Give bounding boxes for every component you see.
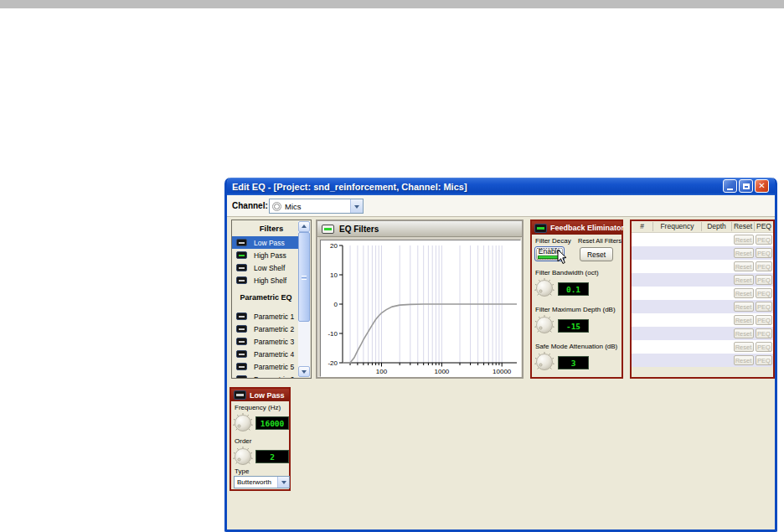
filter-item-low-pass[interactable]: Low Pass bbox=[232, 236, 300, 249]
row-peq-button[interactable]: PEQ bbox=[756, 355, 772, 365]
scrollbar-thumb[interactable] bbox=[298, 232, 310, 322]
svg-text:0: 0 bbox=[334, 301, 338, 308]
filter-item-parametric-3[interactable]: Parametric 3 bbox=[232, 335, 300, 348]
led-indicator[interactable] bbox=[236, 251, 247, 259]
titlebar[interactable]: Edit EQ - [Project: snd_reinforcement, C… bbox=[227, 178, 775, 195]
row-peq-button[interactable]: PEQ bbox=[756, 315, 772, 325]
row-reset-button[interactable]: Reset bbox=[734, 342, 754, 352]
row-peq-button[interactable]: PEQ bbox=[756, 248, 772, 258]
svg-text:-10: -10 bbox=[328, 330, 338, 338]
minimize-icon bbox=[727, 189, 733, 191]
row-reset-button[interactable]: Reset bbox=[734, 248, 754, 258]
row-reset-button[interactable]: Reset bbox=[734, 235, 754, 245]
channel-select[interactable]: Mics bbox=[269, 199, 364, 214]
maximize-button[interactable] bbox=[739, 179, 753, 193]
channel-dropdown-button[interactable] bbox=[350, 199, 363, 213]
filter-item-label: Low Pass bbox=[254, 239, 285, 247]
row-reset-button[interactable]: Reset bbox=[734, 261, 754, 271]
minimize-button[interactable] bbox=[723, 179, 737, 193]
reset-cell: Reset bbox=[732, 342, 755, 352]
reset-cell: Reset bbox=[732, 235, 755, 245]
filter-item-parametric-6[interactable]: Parametric 6 bbox=[232, 373, 300, 379]
scroll-up-button[interactable] bbox=[298, 221, 310, 232]
chevron-down-icon bbox=[281, 481, 286, 487]
filter-item-label: Parametric 3 bbox=[254, 338, 294, 346]
table-cell bbox=[632, 273, 653, 287]
scroll-down-button[interactable] bbox=[298, 366, 310, 377]
eq-filters-header: EQ Filters bbox=[317, 221, 522, 237]
filter-item-label: High Shelf bbox=[254, 276, 286, 285]
feedback-eliminator-title: Feedback Eliminator bbox=[550, 224, 624, 232]
filter-list: Low PassHigh PassLow ShelfHigh ShelfPara… bbox=[232, 236, 300, 379]
filter-item-parametric-4[interactable]: Parametric 4 bbox=[232, 348, 300, 360]
frequency-value: 16000 bbox=[255, 416, 289, 430]
frequency-knob[interactable] bbox=[233, 413, 253, 433]
svg-text:100: 100 bbox=[376, 368, 388, 375]
table-cell bbox=[632, 300, 653, 313]
type-value: Butterworth bbox=[237, 478, 277, 486]
led-indicator[interactable] bbox=[236, 312, 247, 320]
table-cell bbox=[632, 313, 653, 327]
row-reset-button[interactable]: Reset bbox=[734, 315, 754, 325]
filter-decay-enable-button[interactable]: Enable bbox=[534, 246, 565, 261]
order-knob[interactable] bbox=[233, 447, 253, 467]
close-button[interactable]: ✕ bbox=[755, 179, 769, 193]
table-row: ResetPEQ bbox=[632, 354, 773, 367]
eq-filters-led-indicator[interactable] bbox=[322, 225, 334, 234]
row-reset-button[interactable]: Reset bbox=[734, 288, 754, 298]
filter-item-parametric-1[interactable]: Parametric 1 bbox=[232, 310, 300, 323]
chevron-down-icon bbox=[302, 370, 307, 376]
chevron-down-icon bbox=[354, 205, 359, 211]
safe-mode-attenuation-knob[interactable] bbox=[534, 352, 554, 372]
filter-item-parametric-2[interactable]: Parametric 2 bbox=[232, 323, 300, 335]
feedback-eliminator-led-indicator[interactable] bbox=[534, 224, 547, 233]
reset-button-label: Reset bbox=[587, 251, 606, 259]
reset-all-filters-button[interactable]: Reset bbox=[580, 247, 613, 261]
feedback-eliminator-header: Feedback Eliminator bbox=[532, 221, 622, 235]
led-indicator[interactable] bbox=[236, 264, 247, 271]
filter-max-depth-knob[interactable] bbox=[534, 315, 554, 335]
row-peq-button[interactable]: PEQ bbox=[756, 275, 772, 285]
row-peq-button[interactable]: PEQ bbox=[756, 261, 772, 271]
led-indicator[interactable] bbox=[236, 363, 247, 370]
reset-cell: Reset bbox=[732, 288, 755, 298]
filter-item-label: High Pass bbox=[254, 251, 286, 260]
row-reset-button[interactable]: Reset bbox=[734, 302, 754, 312]
table-row: ResetPEQ bbox=[632, 287, 773, 300]
table-row: ResetPEQ bbox=[632, 273, 773, 287]
led-indicator[interactable] bbox=[236, 338, 247, 345]
row-reset-button[interactable]: Reset bbox=[734, 275, 754, 285]
type-dropdown-button[interactable] bbox=[277, 477, 289, 488]
row-peq-button[interactable]: PEQ bbox=[756, 328, 772, 338]
reset-cell: Reset bbox=[732, 302, 755, 312]
row-reset-button[interactable]: Reset bbox=[734, 328, 754, 338]
table-cell bbox=[702, 300, 732, 313]
filters-scrollbar[interactable] bbox=[298, 221, 310, 377]
row-peq-button[interactable]: PEQ bbox=[756, 288, 772, 298]
row-reset-button[interactable]: Reset bbox=[734, 355, 754, 365]
low-pass-header: Low Pass bbox=[231, 389, 289, 401]
row-peq-button[interactable]: PEQ bbox=[756, 302, 772, 312]
led-indicator[interactable] bbox=[236, 375, 247, 379]
filter-bandwidth-knob[interactable] bbox=[534, 278, 554, 298]
type-select[interactable]: Butterworth bbox=[234, 476, 290, 488]
filter-item-low-shelf[interactable]: Low Shelf bbox=[232, 261, 300, 274]
led-indicator[interactable] bbox=[236, 276, 247, 284]
eq-filters-title: EQ Filters bbox=[339, 225, 379, 234]
led-indicator[interactable] bbox=[236, 325, 247, 333]
row-peq-button[interactable]: PEQ bbox=[756, 342, 772, 352]
channel-toolbar: Channel: Mics bbox=[227, 195, 775, 217]
frequency-label: Frequency (Hz) bbox=[235, 404, 281, 411]
filter-item-high-pass[interactable]: High Pass bbox=[232, 249, 300, 261]
order-value: 2 bbox=[255, 450, 289, 463]
led-indicator[interactable] bbox=[236, 239, 247, 246]
filter-item-high-shelf[interactable]: High Shelf bbox=[232, 274, 300, 287]
led-indicator[interactable] bbox=[236, 350, 247, 358]
filter-bandwidth-label: Filter Bandwidth (oct) bbox=[535, 269, 599, 276]
peq-cell: PEQ bbox=[755, 328, 773, 338]
filter-item-parametric-5[interactable]: Parametric 5 bbox=[232, 360, 300, 373]
table-cell bbox=[653, 327, 702, 340]
filter-item-label: Parametric 6 bbox=[254, 375, 294, 380]
low-pass-led-indicator[interactable] bbox=[234, 390, 246, 400]
row-peq-button[interactable]: PEQ bbox=[756, 235, 772, 245]
